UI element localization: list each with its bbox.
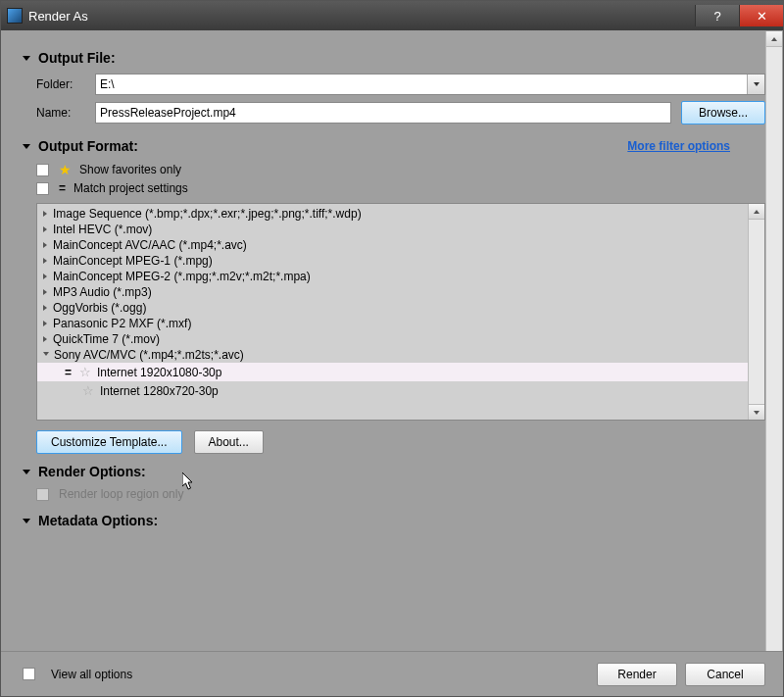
chevron-right-icon <box>43 242 47 248</box>
chevron-right-icon <box>43 321 47 326</box>
chevron-down-icon <box>23 470 30 474</box>
format-item[interactable]: QuickTime 7 (*.mov) <box>37 331 748 347</box>
scrollbar[interactable] <box>748 204 764 420</box>
star-outline-icon: ☆ <box>79 365 91 379</box>
format-item[interactable]: Panasonic P2 MXF (*.mxf) <box>37 316 748 331</box>
star-outline-icon: ☆ <box>82 383 94 398</box>
format-item[interactable]: MainConcept AVC/AAC (*.mp4;*.avc) <box>37 237 748 253</box>
format-item[interactable]: MainConcept MPEG-1 (*.mpg) <box>37 253 748 269</box>
show-favorites-checkbox[interactable] <box>36 164 49 176</box>
section-metadata-options[interactable]: Metadata Options: <box>23 513 765 528</box>
chevron-down-icon <box>23 56 30 61</box>
star-icon: ★ <box>59 162 72 177</box>
browse-button[interactable]: Browse... <box>681 101 765 124</box>
show-favorites-label: Show favorites only <box>79 163 181 176</box>
chevron-right-icon <box>43 226 47 232</box>
format-item[interactable]: OggVorbis (*.ogg) <box>37 300 748 316</box>
preset-item[interactable]: ☆ Internet 1280x720-30p <box>37 381 748 400</box>
format-item[interactable]: Sony AVC/MVC (*.mp4;*.m2ts;*.avc) <box>37 347 748 363</box>
section-output-format[interactable]: Output Format: More filter options <box>23 138 765 154</box>
close-button[interactable]: ✕ <box>739 5 783 26</box>
scroll-down-icon[interactable] <box>749 404 764 420</box>
window-title: Render As <box>28 9 88 24</box>
folder-combo[interactable]: E:\ <box>95 74 765 95</box>
folder-label: Folder: <box>36 77 95 91</box>
help-button[interactable]: ? <box>695 5 739 26</box>
render-as-dialog: Render As ? ✕ Output File: Folder: E:\ N… <box>0 0 784 697</box>
chevron-right-icon <box>43 289 47 295</box>
chevron-right-icon <box>43 274 47 279</box>
chevron-right-icon <box>43 258 47 264</box>
render-loop-checkbox <box>36 488 49 501</box>
section-output-file[interactable]: Output File: <box>23 50 765 66</box>
format-item[interactable]: Image Sequence (*.bmp;*.dpx;*.exr;*.jpeg… <box>37 206 748 222</box>
dialog-footer: View all options Render Cancel <box>1 651 783 696</box>
cancel-button[interactable]: Cancel <box>685 663 765 686</box>
render-button[interactable]: Render <box>597 663 677 686</box>
format-item[interactable]: MP3 Audio (*.mp3) <box>37 284 748 300</box>
format-item[interactable]: MainConcept MPEG-2 (*.mpg;*.m2v;*.m2t;*.… <box>37 269 748 284</box>
about-button[interactable]: About... <box>194 430 264 454</box>
dialog-body: Output File: Folder: E:\ Name: PressRele… <box>1 30 783 696</box>
chevron-down-icon <box>23 144 30 149</box>
chevron-right-icon <box>43 211 47 217</box>
format-item[interactable]: Intel HEVC (*.mov) <box>37 222 748 237</box>
view-all-checkbox[interactable] <box>23 668 35 680</box>
titlebar[interactable]: Render As ? ✕ <box>1 1 783 30</box>
format-list[interactable]: Image Sequence (*.bmp;*.dpx;*.exr;*.jpeg… <box>36 203 765 421</box>
scroll-up-icon[interactable] <box>766 31 782 47</box>
name-label: Name: <box>36 106 95 120</box>
chevron-down-icon[interactable] <box>747 75 764 94</box>
name-input[interactable]: PressReleaseProject.mp4 <box>95 102 671 124</box>
section-render-options[interactable]: Render Options: <box>23 464 765 479</box>
scrollbar[interactable] <box>765 31 782 695</box>
chevron-right-icon <box>43 305 47 311</box>
chevron-down-icon <box>23 519 30 523</box>
preset-item-selected[interactable]: = ☆ Internet 1920x1080-30p <box>37 363 748 381</box>
match-project-checkbox[interactable] <box>36 182 49 195</box>
more-filter-link[interactable]: More filter options <box>627 139 730 153</box>
match-project-label: Match project settings <box>74 181 188 195</box>
app-icon <box>7 8 23 24</box>
render-loop-label: Render loop region only <box>59 487 183 501</box>
view-all-label: View all options <box>51 668 132 681</box>
equals-icon: = <box>59 181 66 195</box>
chevron-right-icon <box>43 336 47 342</box>
customize-template-button[interactable]: Customize Template... <box>36 430 182 454</box>
chevron-down-icon <box>43 352 49 359</box>
equals-icon: = <box>65 366 72 379</box>
scroll-up-icon[interactable] <box>749 204 764 220</box>
